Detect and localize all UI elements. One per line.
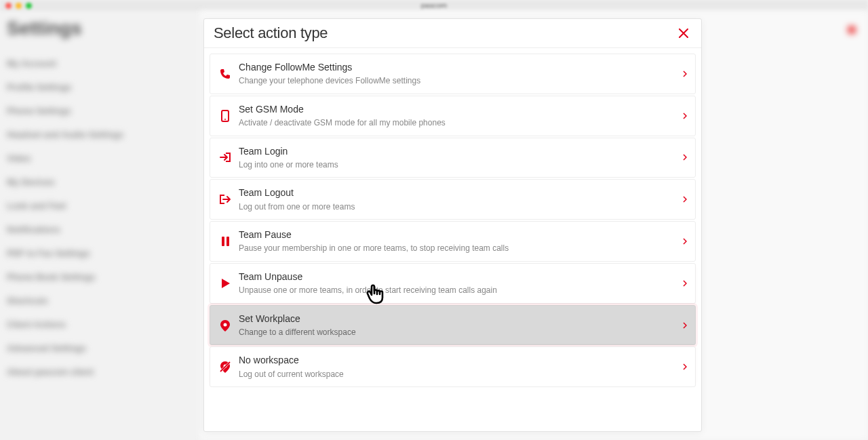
- action-change-followme-settings[interactable]: Change FollowMe SettingsChange your tele…: [210, 54, 696, 94]
- modal-title: Select action type: [214, 24, 328, 42]
- select-action-type-modal: Select action type Change FollowMe Setti…: [203, 18, 702, 432]
- panel-close-bg: [848, 26, 856, 34]
- action-title: Team Login: [239, 145, 683, 157]
- sidebar-item: Client Actions: [7, 313, 200, 336]
- sidebar-item: PDF to Fax Settings: [7, 241, 200, 265]
- action-title: Team Logout: [239, 186, 683, 199]
- settings-heading: Settings: [7, 18, 200, 39]
- action-no-workspace[interactable]: No workspaceLog out of current workspace: [210, 346, 696, 387]
- phone-icon: [217, 68, 233, 80]
- sidebar-item: Headset and Audio Settings: [7, 123, 200, 146]
- sidebar-item: My Account: [7, 52, 200, 75]
- titlebar: pascom: [0, 0, 868, 11]
- traffic-light-max: [26, 3, 32, 9]
- chevron-right-icon: [683, 151, 687, 163]
- action-desc: Log out of current workspace: [239, 369, 683, 380]
- modal-body: Change FollowMe SettingsChange your tele…: [204, 48, 701, 431]
- action-desc: Pause your membership in one or more tea…: [239, 243, 683, 254]
- modal-header: Select action type: [204, 19, 701, 48]
- sidebar-item: Notifications: [7, 218, 200, 241]
- chevron-right-icon: [683, 193, 687, 205]
- sidebar-item: Look and Feel: [7, 194, 200, 218]
- sidebar-item: Shortcuts: [7, 289, 200, 313]
- action-desc: Change to a different workspace: [239, 327, 683, 338]
- sidebar-item: Phone Settings: [7, 99, 200, 123]
- action-desc: Unpause one or more teams, in order to s…: [239, 285, 683, 296]
- sidebar-item: Video: [7, 146, 200, 170]
- action-set-gsm-mode[interactable]: Set GSM ModeActivate / deactivate GSM mo…: [210, 96, 696, 136]
- traffic-light-close: [5, 3, 12, 9]
- login-icon: [217, 151, 233, 163]
- action-team-login[interactable]: Team LoginLog into one or more teams: [210, 138, 696, 178]
- chevron-right-icon: [683, 361, 687, 373]
- traffic-light-min: [16, 3, 22, 9]
- action-title: Set Workplace: [239, 313, 683, 325]
- action-texts: Change FollowMe SettingsChange your tele…: [239, 61, 683, 87]
- action-desc: Change your telephone devices FollowMe s…: [239, 76, 683, 87]
- pin-icon: [217, 319, 233, 332]
- action-title: No workspace: [239, 354, 683, 366]
- action-desc: Log into one or more teams: [239, 160, 683, 171]
- action-texts: No workspaceLog out of current workspace: [239, 354, 683, 380]
- close-icon: [679, 28, 688, 38]
- action-texts: Set WorkplaceChange to a different works…: [239, 313, 683, 338]
- action-texts: Set GSM ModeActivate / deactivate GSM mo…: [239, 103, 683, 129]
- action-set-workplace[interactable]: Set WorkplaceChange to a different works…: [210, 305, 696, 346]
- sidebar-item: Profile Settings: [7, 75, 200, 99]
- action-title: Team Unpause: [239, 271, 683, 283]
- pause-icon: [217, 235, 233, 247]
- action-texts: Team PausePause your membership in one o…: [239, 228, 683, 254]
- chevron-right-icon: [683, 235, 687, 247]
- action-team-logout[interactable]: Team LogoutLog out from one or more team…: [210, 179, 696, 220]
- sidebar-item: My Devices: [7, 170, 200, 194]
- action-title: Team Pause: [239, 228, 683, 241]
- action-title: Set GSM Mode: [239, 103, 683, 115]
- action-title: Change FollowMe Settings: [239, 61, 683, 73]
- mobile-icon: [217, 110, 233, 122]
- close-button[interactable]: [675, 25, 692, 41]
- action-texts: Team LogoutLog out from one or more team…: [239, 186, 683, 212]
- pin-off-icon: [217, 361, 233, 373]
- action-texts: Team LoginLog into one or more teams: [239, 145, 683, 171]
- action-team-unpause[interactable]: Team UnpauseUnpause one or more teams, i…: [210, 263, 696, 304]
- chevron-right-icon: [683, 277, 687, 289]
- chevron-right-icon: [683, 319, 687, 332]
- sidebar-item: Phone Book Settings: [7, 265, 200, 289]
- sidebar-item: About pascom client: [7, 360, 200, 384]
- action-desc: Activate / deactivate GSM mode for all m…: [239, 118, 683, 129]
- app-title: pascom: [421, 1, 448, 9]
- play-icon: [217, 277, 233, 289]
- chevron-right-icon: [683, 110, 687, 122]
- logout-icon: [217, 193, 233, 205]
- action-team-pause[interactable]: Team PausePause your membership in one o…: [210, 221, 696, 262]
- action-desc: Log out from one or more teams: [239, 202, 683, 213]
- action-texts: Team UnpauseUnpause one or more teams, i…: [239, 271, 683, 296]
- sidebar-item: Advanced Settings: [7, 336, 200, 360]
- chevron-right-icon: [683, 68, 687, 80]
